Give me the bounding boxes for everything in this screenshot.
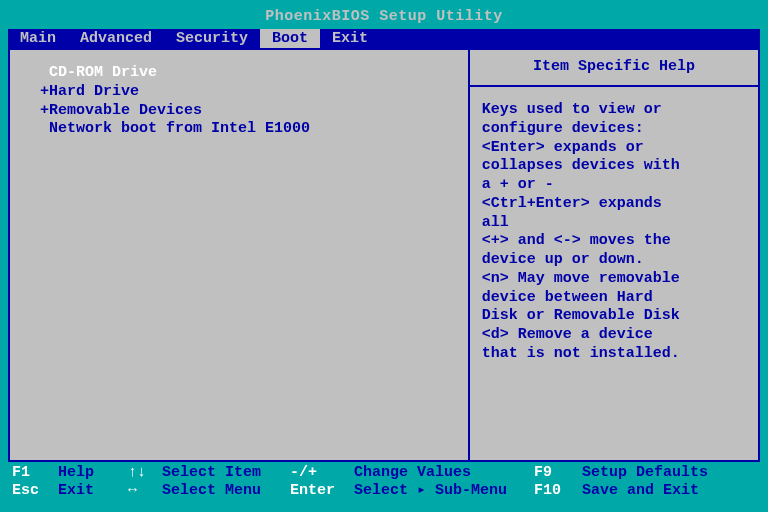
expand-prefix xyxy=(40,120,49,137)
boot-item-label: Removable Devices xyxy=(49,102,202,119)
expand-prefix: + xyxy=(40,83,49,100)
boot-order-pane: CD-ROM Drive +Hard Drive +Removable Devi… xyxy=(10,50,468,460)
key-enter: Enter xyxy=(290,482,354,500)
key-f9: F9 xyxy=(534,464,582,482)
menu-advanced[interactable]: Advanced xyxy=(68,29,164,48)
key-updown: ↑↓ xyxy=(128,464,162,482)
label-select-item: Select Item xyxy=(162,464,290,482)
boot-item-label: Network boot from Intel E1000 xyxy=(49,120,310,137)
expand-prefix: + xyxy=(40,102,49,119)
boot-item-harddrive[interactable]: +Hard Drive xyxy=(40,83,458,102)
menu-boot[interactable]: Boot xyxy=(260,29,320,48)
boot-item-label: Hard Drive xyxy=(49,83,139,100)
boot-item-cdrom[interactable]: CD-ROM Drive xyxy=(40,64,458,83)
boot-item-label: CD-ROM Drive xyxy=(49,64,157,81)
menu-label: Security xyxy=(176,30,248,47)
content-area: CD-ROM Drive +Hard Drive +Removable Devi… xyxy=(8,48,760,462)
app-title: PhoenixBIOS Setup Utility xyxy=(8,6,760,29)
menu-security[interactable]: Security xyxy=(164,29,260,48)
menu-label: Advanced xyxy=(80,30,152,47)
key-plusminus: -/+ xyxy=(290,464,354,482)
footer-keymap: F1 Help ↑↓ Select Item -/+ Change Values… xyxy=(8,462,760,504)
help-pane: Item Specific Help Keys used to view or … xyxy=(468,50,758,460)
key-f10: F10 xyxy=(534,482,582,500)
menu-exit[interactable]: Exit xyxy=(320,29,380,48)
key-esc: Esc xyxy=(12,482,58,500)
menu-label: Main xyxy=(20,30,56,47)
boot-item-removable[interactable]: +Removable Devices xyxy=(40,102,458,121)
label-select-submenu: Select ▸ Sub-Menu xyxy=(354,482,534,500)
label-setup-defaults: Setup Defaults xyxy=(582,464,708,482)
footer-row-2: Esc Exit ↔ Select Menu Enter Select ▸ Su… xyxy=(12,482,756,500)
help-body: Keys used to view or configure devices: … xyxy=(470,87,758,374)
footer-row-1: F1 Help ↑↓ Select Item -/+ Change Values… xyxy=(12,464,756,482)
label-exit: Exit xyxy=(58,482,128,500)
menu-label: Exit xyxy=(332,30,368,47)
boot-item-network[interactable]: Network boot from Intel E1000 xyxy=(40,120,458,139)
key-f1: F1 xyxy=(12,464,58,482)
label-change-values: Change Values xyxy=(354,464,534,482)
label-help: Help xyxy=(58,464,128,482)
expand-prefix xyxy=(40,64,49,81)
bios-screen: PhoenixBIOS Setup Utility Main Advanced … xyxy=(0,0,768,512)
help-title: Item Specific Help xyxy=(470,50,758,87)
menu-bar: Main Advanced Security Boot Exit xyxy=(8,29,760,48)
key-leftright: ↔ xyxy=(128,482,162,500)
menu-label: Boot xyxy=(272,30,308,47)
label-select-menu: Select Menu xyxy=(162,482,290,500)
label-save-exit: Save and Exit xyxy=(582,482,699,500)
menu-main[interactable]: Main xyxy=(8,29,68,48)
